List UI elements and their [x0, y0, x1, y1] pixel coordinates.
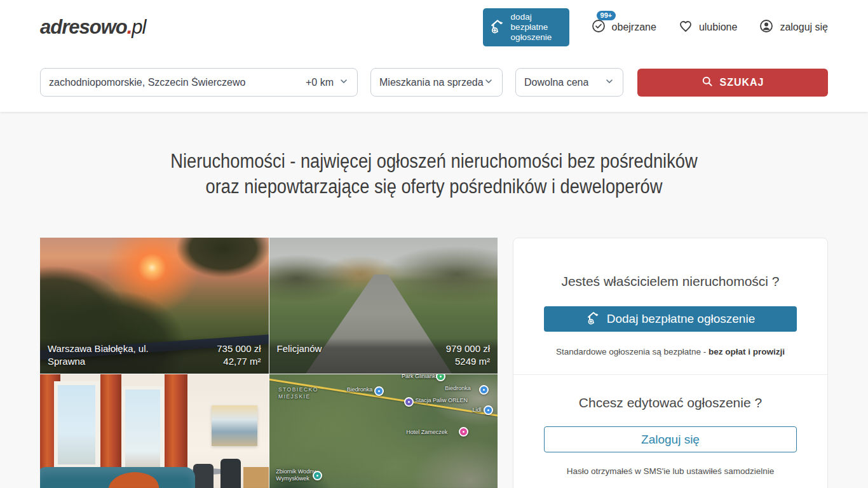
page-title-line1: Nieruchomości - najwięcej ogłoszeń nieru…	[170, 150, 697, 172]
map-label: Lidl	[472, 407, 481, 414]
viewed-count-badge: 99+	[597, 11, 616, 20]
owner-question-heading: Jesteś właścicielem nieruchomości ?	[544, 274, 797, 289]
listing-photo	[193, 464, 214, 488]
nav-favorites-label: ulubione	[699, 22, 738, 33]
category-value: Mieszkania na sprzeda	[379, 77, 484, 88]
chevron-down-icon	[339, 76, 349, 89]
site-header: adresowo.pl dodaj bezpłatne ogłoszenie	[0, 0, 868, 112]
listings-grid: Warszawa Białołęka, ul. Sprawna 735 000 …	[40, 238, 498, 488]
logo-tld: pl	[132, 16, 146, 38]
chevron-down-icon	[484, 76, 494, 89]
nav-favorites[interactable]: ulubione	[678, 18, 738, 36]
add-listing-button[interactable]: dodaj bezpłatne ogłoszenie	[483, 8, 569, 46]
listing-photo	[212, 405, 257, 446]
nav-login-label: zaloguj się	[780, 22, 828, 33]
main-content: Warszawa Białołęka, ul. Sprawna 735 000 …	[0, 238, 868, 488]
listing-price: 735 000 zł	[217, 343, 261, 354]
free-listing-note-bold: bez opłat i prowizji	[709, 347, 785, 356]
price-select[interactable]: Dowolna cena	[515, 68, 623, 97]
search-submit-button[interactable]: SZUKAJ	[637, 69, 828, 97]
listing-title: Felicjanów	[277, 342, 322, 368]
owner-sidebar: Jesteś właścicielem nieruchomości ? Doda…	[513, 238, 828, 488]
nav-login[interactable]: zaloguj się	[759, 18, 828, 36]
listing-card[interactable]: STOBIECKO MIEJSKIE Park Glinianki Biedro…	[269, 374, 498, 488]
page-title: Nieruchomości - najwięcej ogłoszeń nieru…	[52, 149, 816, 200]
free-listing-note: Standardowe ogłoszenia są bezpłatne - be…	[544, 347, 797, 356]
house-plus-icon	[586, 310, 601, 329]
map-label: Biedronka	[347, 386, 373, 393]
location-value: zachodniopomorskie, Szczecin Świerczewo	[49, 77, 306, 88]
edit-question-heading: Chcesz edytować ogłoszenie ?	[544, 395, 797, 410]
listing-overlay: Felicjanów 979 000 zł 5249 m²	[269, 338, 498, 374]
hero-section: Nieruchomości - najwięcej ogłoszeń nieru…	[0, 149, 868, 200]
user-circle-icon	[759, 18, 774, 36]
listing-price: 979 000 zł	[446, 343, 490, 354]
listing-photo	[220, 459, 241, 488]
sidebar-add-listing-label: Dodaj bezpłatne ogłoszenie	[607, 312, 755, 326]
listing-card[interactable]: Felicjanów 979 000 zł 5249 m²	[269, 238, 498, 374]
listing-title: Warszawa Białołęka, ul. Sprawna	[48, 342, 178, 368]
nav-viewed-label: obejrzane	[612, 22, 656, 33]
chevron-down-icon	[604, 76, 614, 89]
search-bar: zachodniopomorskie, Szczecin Świerczewo …	[0, 55, 868, 112]
page-title-line2: oraz niepowtarzające się oferty pośredni…	[206, 175, 663, 198]
listing-area: 5249 m²	[455, 356, 490, 367]
sidebar-divider	[513, 374, 827, 375]
search-submit-label: SZUKAJ	[719, 77, 764, 88]
map-pin-store-icon	[374, 386, 384, 396]
map-pin-store-icon	[479, 385, 489, 395]
listing-area: 42,77 m²	[223, 356, 261, 367]
map-pin-hotel-icon	[459, 427, 468, 437]
map-label: Park Glinianki	[402, 374, 437, 380]
listing-meta: 735 000 zł 42,77 m²	[217, 342, 261, 368]
sidebar-add-listing-button[interactable]: Dodaj bezpłatne ogłoszenie	[544, 306, 797, 332]
free-listing-note-text: Standardowe ogłoszenia są bezpłatne -	[556, 347, 709, 356]
radius-value: +0 km	[306, 77, 334, 88]
password-note: Hasło otrzymałeś w SMS'ie lub ustawiłeś …	[544, 466, 797, 476]
heart-icon	[678, 18, 693, 36]
listing-card[interactable]: Warszawa Białołęka, ul. Sprawna 735 000 …	[40, 238, 269, 374]
map-pin-park-icon	[436, 374, 445, 381]
nav-viewed[interactable]: 99+ obejrzane	[591, 18, 656, 36]
sidebar-login-button[interactable]: Zaloguj się	[544, 426, 797, 452]
search-icon	[701, 75, 714, 90]
listing-overlay: Warszawa Białołęka, ul. Sprawna 735 000 …	[40, 338, 269, 374]
map-label: Biedronka	[445, 385, 471, 392]
category-select[interactable]: Mieszkania na sprzeda	[370, 68, 503, 97]
listing-meta: 979 000 zł 5249 m²	[446, 342, 490, 368]
site-logo[interactable]: adresowo.pl	[40, 16, 146, 39]
listing-photo	[54, 381, 100, 468]
map-label: Stacja Paliw ORLEN	[416, 397, 468, 404]
listing-photo	[243, 467, 269, 488]
listing-card[interactable]: Władysławowo, ul. 514 000 zł	[40, 374, 269, 488]
radius-select[interactable]: +0 km	[306, 76, 349, 89]
check-circle-icon	[591, 18, 606, 36]
house-plus-icon	[489, 18, 506, 37]
map-label: Hotel Zameczek	[406, 429, 447, 436]
map-pin-water-icon	[313, 471, 322, 480]
location-input[interactable]: zachodniopomorskie, Szczecin Świerczewo …	[40, 68, 358, 97]
map-label: Zbiornik Wodny Wymysłówek	[276, 468, 334, 482]
add-listing-label: dodaj bezpłatne ogłoszenie	[511, 12, 562, 43]
map-pin-fuel-icon	[404, 397, 414, 407]
map-label: STOBIECKO MIEJSKIE	[278, 386, 337, 400]
logo-text: adresowo	[40, 16, 127, 38]
price-value: Dowolna cena	[524, 77, 588, 88]
